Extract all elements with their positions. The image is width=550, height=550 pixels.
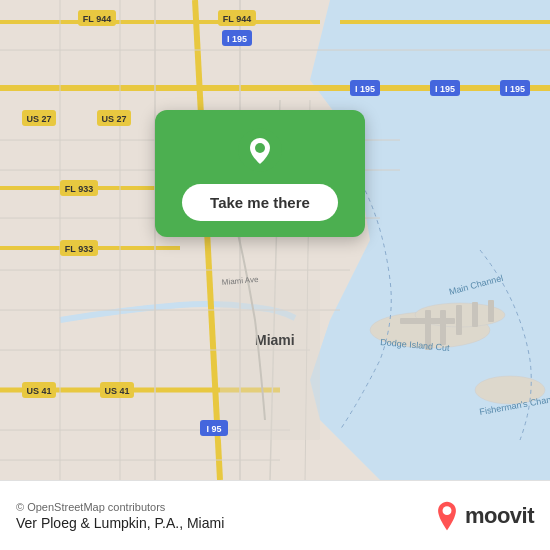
bottom-bar: © OpenStreetMap contributors Ver Ploeg &… xyxy=(0,480,550,550)
svg-text:US 41: US 41 xyxy=(26,386,51,396)
svg-text:FL 933: FL 933 xyxy=(65,184,93,194)
map-view: Main Channel Dodge Island Cut Fisherman'… xyxy=(0,0,550,480)
take-me-there-button[interactable]: Take me there xyxy=(182,184,338,221)
svg-text:FL 933: FL 933 xyxy=(65,244,93,254)
svg-text:I 95: I 95 xyxy=(206,424,221,434)
moovit-brand-text: moovit xyxy=(465,503,534,529)
svg-text:FL 944: FL 944 xyxy=(223,14,251,24)
svg-rect-8 xyxy=(472,302,478,327)
svg-rect-29 xyxy=(220,280,320,440)
svg-text:FL 944: FL 944 xyxy=(83,14,111,24)
moovit-logo: moovit xyxy=(433,500,534,532)
location-name: Ver Ploeg & Lumpkin, P.A., Miami xyxy=(16,515,224,531)
svg-rect-6 xyxy=(440,310,446,345)
map-pin-icon xyxy=(238,128,282,172)
svg-point-60 xyxy=(442,506,451,515)
svg-text:I 195: I 195 xyxy=(435,84,455,94)
svg-text:I 195: I 195 xyxy=(355,84,375,94)
svg-text:Miami: Miami xyxy=(255,332,295,348)
moovit-pin-icon xyxy=(433,500,461,532)
svg-text:US 27: US 27 xyxy=(26,114,51,124)
svg-text:US 27: US 27 xyxy=(101,114,126,124)
svg-text:I 195: I 195 xyxy=(505,84,525,94)
svg-rect-7 xyxy=(456,305,462,335)
attribution-text: © OpenStreetMap contributors xyxy=(16,501,224,513)
svg-rect-9 xyxy=(488,300,494,322)
svg-text:I 195: I 195 xyxy=(227,34,247,44)
svg-text:US 41: US 41 xyxy=(104,386,129,396)
location-popup: Take me there xyxy=(155,110,365,237)
bottom-left-info: © OpenStreetMap contributors Ver Ploeg &… xyxy=(16,501,224,531)
svg-point-59 xyxy=(255,143,265,153)
